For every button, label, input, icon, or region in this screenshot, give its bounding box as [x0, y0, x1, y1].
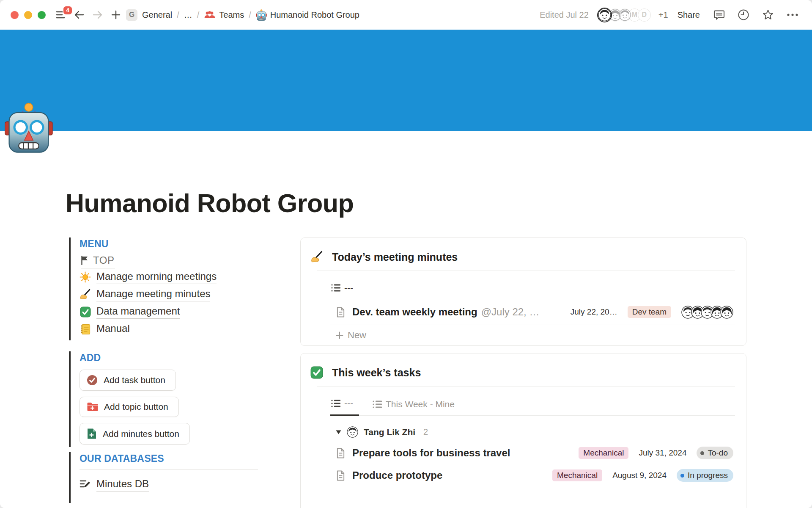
- menu-link-meeting-minutes[interactable]: Manage meeting minutes: [80, 286, 264, 303]
- menu-link-morning-meetings[interactable]: Manage morning meetings: [80, 268, 264, 286]
- star-icon: [762, 9, 774, 21]
- page-cover[interactable]: [0, 30, 812, 131]
- comments-button[interactable]: [712, 8, 727, 22]
- add-task-label: Add task button: [104, 375, 165, 385]
- history-button[interactable]: [736, 7, 751, 22]
- new-meeting-button[interactable]: New: [330, 325, 735, 345]
- breadcrumb-teams[interactable]: Teams: [204, 10, 244, 20]
- view-tab-active[interactable]: ---: [330, 396, 359, 416]
- notification-badge: 4: [63, 6, 73, 15]
- writing-hand-icon: [310, 251, 323, 263]
- window-toolbar: 4 G General / … /: [0, 0, 812, 30]
- view-tab-this-week-mine[interactable]: This Week - Mine: [372, 397, 455, 415]
- avatar[interactable]: [618, 8, 631, 22]
- folder-plus-icon: [87, 402, 98, 412]
- menu-heading: MENU: [80, 238, 264, 250]
- attendee-avatars: [681, 306, 733, 319]
- add-task-button[interactable]: Add task button: [80, 370, 176, 391]
- collapse-caret-icon[interactable]: [336, 430, 341, 434]
- dev-team-tag: Dev team: [628, 306, 671, 318]
- mechanical-tag: Mechanical: [552, 469, 602, 481]
- meeting-row[interactable]: Dev. team weekly meeting @July 22, … Jul…: [330, 299, 735, 325]
- robot-page-icon[interactable]: [4, 102, 53, 153]
- view-tab[interactable]: ---: [330, 280, 354, 299]
- menu-link-manual[interactable]: Manual: [80, 320, 264, 338]
- menu-link-label: Data management: [96, 305, 180, 319]
- view-tabs: ---: [330, 271, 735, 299]
- tasks-card-title[interactable]: This week’s tasks: [332, 367, 421, 379]
- status-label: To-do: [708, 448, 728, 458]
- add-minutes-label: Add minutes button: [103, 429, 179, 439]
- breadcrumb-separator: /: [249, 10, 251, 20]
- breadcrumb-workspace[interactable]: General: [142, 10, 172, 20]
- page-icon: [336, 448, 346, 458]
- task-row[interactable]: Produce prototype Mechanical August 9, 2…: [330, 464, 735, 487]
- menu-link-top[interactable]: TOP: [81, 254, 115, 268]
- avatar-initial: D: [642, 11, 647, 19]
- minimize-window-button[interactable]: [24, 11, 32, 19]
- divider: [80, 469, 258, 470]
- status-badge-in-progress: In progress: [677, 469, 733, 482]
- favorite-button[interactable]: [760, 7, 776, 22]
- new-meeting-label: New: [348, 330, 366, 341]
- avatar-face-icon: [598, 8, 611, 22]
- view-tab-label: This Week - Mine: [386, 399, 455, 409]
- list-view-icon: [373, 400, 382, 409]
- menu-link-label: Manual: [96, 322, 130, 336]
- page-content: Humanoid Robot Group MENU TOP: [0, 131, 812, 508]
- share-button[interactable]: Share: [674, 8, 703, 22]
- view-tab-label: ---: [344, 283, 353, 293]
- add-topic-button[interactable]: Add topic button: [80, 397, 179, 417]
- meeting-date-mention: @July 22, …: [481, 306, 540, 318]
- list-view-icon: [331, 399, 340, 408]
- sidebar-toggle-button[interactable]: 4: [54, 8, 69, 21]
- check-mark-icon: [310, 366, 323, 379]
- avatar-face-icon: [720, 306, 733, 319]
- meeting-title: Dev. team weekly meeting: [352, 306, 477, 318]
- assignee-name[interactable]: Tang Lik Zhi: [364, 427, 415, 437]
- close-window-button[interactable]: [11, 11, 19, 19]
- minutes-db-link[interactable]: Minutes DB: [80, 476, 264, 493]
- document-plus-icon: [87, 428, 97, 439]
- notion-window: 4 G General / … /: [0, 0, 812, 508]
- menu-link-data-management[interactable]: Data management: [80, 303, 264, 320]
- sun-icon: [80, 271, 91, 283]
- menu-section: MENU TOP: [69, 237, 264, 340]
- status-badge-todo: To-do: [697, 447, 733, 459]
- more-options-button[interactable]: [785, 11, 800, 19]
- page-icon: [336, 307, 346, 318]
- meeting-minutes-card-title[interactable]: Today’s meeting minutes: [332, 251, 458, 263]
- page-title[interactable]: Humanoid Robot Group: [66, 131, 746, 218]
- teams-icon: [204, 10, 216, 19]
- avatar[interactable]: [597, 8, 612, 22]
- add-topic-label: Add topic button: [104, 402, 168, 412]
- back-arrow-icon: [74, 10, 85, 20]
- avatar-overflow-count[interactable]: +1: [658, 10, 668, 20]
- comment-icon: [713, 9, 725, 21]
- assignee-group-row: Tang Lik Zhi 2: [330, 422, 735, 442]
- meeting-minutes-card: Today’s meeting minutes --- Dev. tea: [300, 237, 746, 346]
- view-tabs: --- This Week - Mine: [330, 387, 735, 416]
- add-heading: ADD: [80, 352, 264, 364]
- tasks-card: This week’s tasks --- This Week - Mine: [300, 353, 746, 508]
- zoom-window-button[interactable]: [38, 11, 46, 19]
- avatar-initial: M: [632, 11, 637, 19]
- breadcrumb-collapsed[interactable]: …: [184, 10, 192, 20]
- databases-heading: OUR DATABASES: [80, 453, 264, 464]
- task-row[interactable]: Prepare tools for business travel Mechan…: [330, 442, 735, 464]
- view-tab-label: ---: [344, 398, 353, 409]
- menu-link-label: Manage meeting minutes: [96, 287, 210, 301]
- new-tab-button[interactable]: [109, 8, 123, 22]
- add-minutes-button[interactable]: Add minutes button: [80, 423, 190, 444]
- back-button[interactable]: [72, 8, 86, 22]
- breadcrumb-page[interactable]: Humanoid Robot Group: [256, 9, 359, 21]
- forward-button[interactable]: [91, 8, 105, 22]
- last-edited-label[interactable]: Edited Jul 22: [540, 10, 589, 20]
- breadcrumb-separator: /: [177, 10, 179, 20]
- breadcrumb-separator: /: [197, 10, 200, 20]
- menu-link-top-label: TOP: [93, 254, 114, 266]
- avatar[interactable]: D: [638, 8, 651, 22]
- task-due-date: July 31, 2024: [639, 448, 686, 458]
- robot-page-icon-small: [256, 9, 267, 21]
- workspace-icon[interactable]: G: [126, 9, 137, 21]
